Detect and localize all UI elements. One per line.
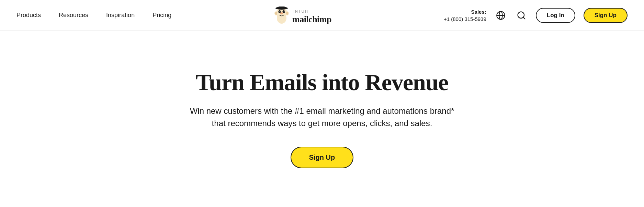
sales-info: Sales: +1 (800) 315-5939 [444,8,486,23]
svg-point-4 [275,12,277,15]
svg-point-8 [279,11,280,12]
nav-link-inspiration[interactable]: Inspiration [106,12,135,19]
sales-phone: +1 (800) 315-5939 [444,15,486,23]
svg-point-7 [282,10,285,13]
search-icon[interactable] [515,9,528,22]
hero-subtitle: Win new customers with the #1 email mark… [188,105,456,130]
mailchimp-logo-svg: INTUIT mailchimp [270,5,346,26]
svg-text:INTUIT: INTUIT [293,9,309,13]
signup-hero-button[interactable]: Sign Up [291,147,354,168]
svg-text:mailchimp: mailchimp [292,14,331,24]
signup-nav-button[interactable]: Sign Up [584,8,628,23]
svg-rect-12 [278,7,285,9]
svg-point-9 [283,11,284,12]
nav-link-pricing[interactable]: Pricing [152,12,171,19]
globe-icon[interactable] [495,9,507,22]
svg-point-10 [280,12,283,14]
main-nav: Products Resources Inspiration Pricing [0,0,644,31]
login-button[interactable]: Log In [536,8,575,23]
logo[interactable]: INTUIT mailchimp [270,5,346,26]
svg-point-6 [278,10,281,13]
sales-label: Sales: [444,8,486,15]
svg-line-19 [523,17,525,19]
svg-point-5 [286,12,288,15]
nav-left: Products Resources Inspiration Pricing [16,12,171,19]
nav-link-resources[interactable]: Resources [59,12,88,19]
hero-title: Turn Emails into Revenue [196,70,448,95]
nav-link-products[interactable]: Products [16,12,41,19]
nav-right: Sales: +1 (800) 315-5939 Log In Sign Up [444,8,628,23]
hero-section: Turn Emails into Revenue Win new custome… [0,31,644,207]
